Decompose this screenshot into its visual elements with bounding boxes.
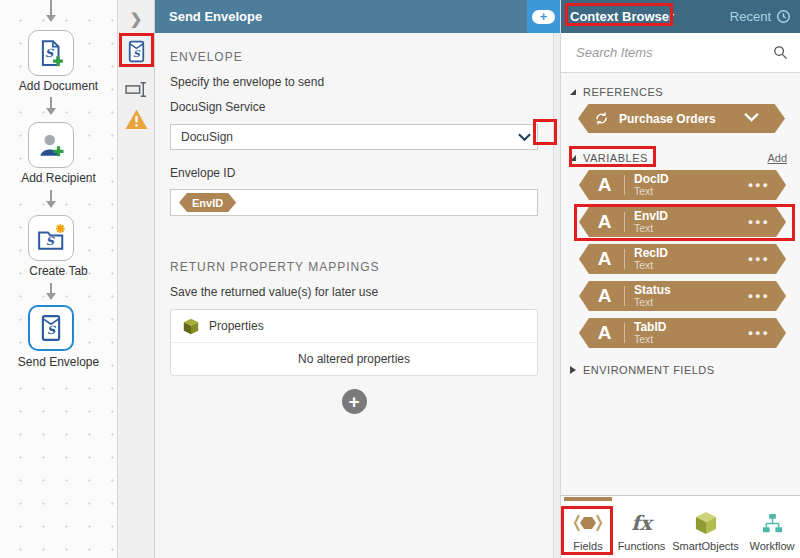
rename-icon [124,77,149,102]
service-label: DocuSign Service [170,100,538,114]
reference-icon [594,111,609,126]
references-section-header[interactable]: REFERENCES [561,86,800,98]
text-type-icon: A [585,249,625,269]
search-input[interactable] [576,45,773,60]
variable-row-recid[interactable]: A RecID Text ●●● [579,244,786,274]
step-toolbar: ❯ S [117,0,155,558]
rename-tool-button[interactable] [118,74,154,104]
panel-title: Send Envelope [169,9,262,24]
variables-section-header[interactable]: VARIABLES Add [561,152,800,164]
node-add-recipient[interactable] [28,122,74,168]
node-send-envelope[interactable]: S [28,305,74,351]
service-selected-value: DocuSign [181,130,233,144]
tab-label: SmartObjects [672,540,739,552]
variable-type: Text [634,297,671,309]
create-tab-icon: S [36,223,66,253]
tab-workflow[interactable]: Workflow [743,496,800,558]
panel-scrollbar-gutter[interactable] [553,33,560,558]
node-label: Create Tab [0,264,123,278]
chevron-down-icon [516,129,533,146]
properties-empty-message: No altered properties [171,343,537,375]
add-mapping-button[interactable]: + [342,389,367,414]
envelope-section-title: ENVELOPE [170,50,538,64]
add-variable-link[interactable]: Add [767,152,787,164]
variable-menu-icon[interactable]: ●●● [748,291,770,301]
connector-arrow [50,190,52,206]
workflow-icon [761,506,784,540]
reference-name: Purchase Orders [619,112,716,126]
variable-row-envid[interactable]: A EnvID Text ●●● [579,207,786,237]
envelope-id-input[interactable]: EnvID [170,189,538,216]
connector-arrow [50,97,52,113]
step-config-panel: Send Envelope + ENVELOPE Specify the env… [155,0,560,558]
warning-icon [124,107,149,132]
node-create-tab[interactable]: S [28,215,74,261]
envelope-icon: S [124,39,149,64]
mappings-section-description: Save the returned value(s) for later use [170,285,538,299]
search-bar [561,33,800,73]
text-type-icon: A [585,175,625,195]
text-type-icon: A [585,286,625,306]
collapsed-triangle-icon [570,366,576,374]
fields-icon [573,506,603,540]
svg-text:S: S [47,323,56,337]
reference-purchase-orders[interactable]: Purchase Orders [578,104,785,133]
environment-fields-title: ENVIRONMENT FIELDS [583,364,715,376]
variable-name: RecID [634,247,668,260]
variables-list: A DocID Text ●●● A EnvID Text ●●● A RecI… [561,170,800,348]
variable-menu-icon[interactable]: ●●● [748,217,770,227]
node-add-document[interactable]: S [28,30,74,76]
properties-card-header: Properties [171,310,537,343]
variable-name: DocID [634,173,669,186]
panel-header: Send Envelope + [155,0,560,33]
variable-row-docid[interactable]: A DocID Text ●●● [579,170,786,200]
recent-button[interactable]: Recent [730,9,791,24]
variable-type: Text [634,186,669,198]
mappings-section-title: RETURN PROPERTY MAPPINGS [170,260,538,274]
plus-pill-icon: + [532,10,555,24]
variable-menu-icon[interactable]: ●●● [748,328,770,338]
send-envelope-tool-button[interactable]: S [118,36,154,66]
add-document-icon: S [36,38,66,68]
variable-menu-icon[interactable]: ●●● [748,180,770,190]
variable-name: Status [634,284,671,297]
chevron-down-icon[interactable] [744,110,769,128]
svg-text:S: S [45,46,54,60]
context-browser: Context Browser Recent REFERENCES Purcha… [560,0,800,558]
variable-type: Text [634,223,668,235]
context-browser-header: Context Browser Recent [561,0,800,33]
send-envelope-icon: S [36,313,66,343]
variable-menu-icon[interactable]: ●●● [748,254,770,264]
context-browser-tabbar: Fields fx Functions SmartObjects [561,495,800,558]
context-browser-title: Context Browser [570,9,674,24]
svg-text:S: S [46,234,55,248]
context-browser-toggle-button[interactable]: + [527,0,560,33]
connector-arrow [50,283,52,298]
tab-functions[interactable]: fx Functions [615,496,668,558]
expand-panel-button[interactable]: ❯ [118,4,154,34]
tab-smartobjects[interactable]: SmartObjects [668,496,743,558]
variable-type: Text [634,334,666,346]
text-type-icon: A [585,323,625,343]
clock-icon [776,9,791,24]
tab-label: Workflow [749,540,794,552]
envid-token[interactable]: EnvID [179,193,236,212]
smartobjects-icon [695,506,717,540]
add-recipient-icon [36,130,66,160]
warning-tool-button[interactable] [118,104,154,134]
workflow-canvas[interactable]: S Add Document Add Recipient S Create Ta… [0,0,117,558]
environment-fields-section-header[interactable]: ENVIRONMENT FIELDS [561,364,800,376]
properties-card-title: Properties [209,319,264,333]
active-tab-indicator [564,497,612,501]
envelope-section-description: Specify the envelope to send [170,75,538,89]
properties-card: Properties No altered properties [170,309,538,376]
envelope-id-label: Envelope ID [170,166,538,180]
tab-fields[interactable]: Fields [561,496,615,558]
variables-title: VARIABLES [583,152,648,164]
variable-row-status[interactable]: A Status Text ●●● [579,281,786,311]
variable-row-tabid[interactable]: A TabID Text ●●● [579,318,786,348]
tab-label: Functions [618,540,666,552]
collapse-triangle-icon [570,155,576,161]
variable-name: TabID [634,321,666,334]
docusign-service-select[interactable]: DocuSign [170,124,538,150]
